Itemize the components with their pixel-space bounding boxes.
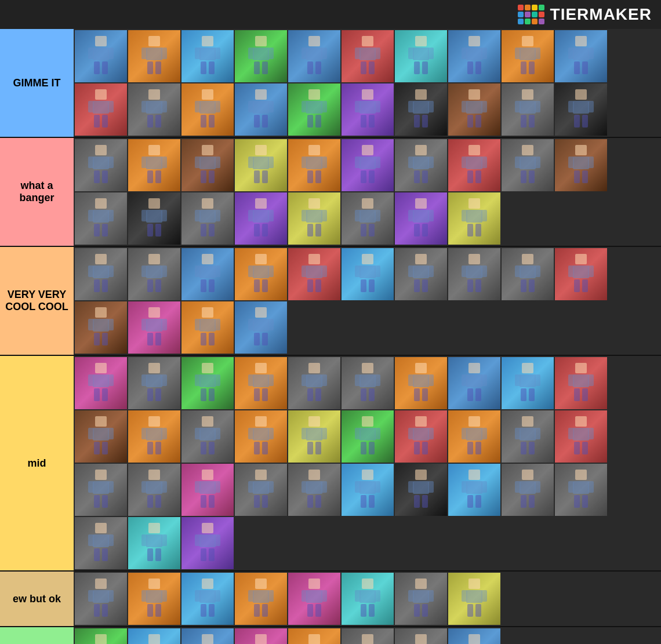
tier-item[interactable] xyxy=(181,83,234,136)
tier-item[interactable] xyxy=(288,83,340,136)
tier-item[interactable] xyxy=(342,410,394,463)
tier-item[interactable] xyxy=(128,410,180,463)
tier-item[interactable] xyxy=(448,83,500,136)
tier-item[interactable] xyxy=(75,628,127,644)
tier-item[interactable] xyxy=(235,573,287,625)
tier-item[interactable] xyxy=(395,139,447,191)
tier-item[interactable] xyxy=(181,301,234,354)
tier-item[interactable] xyxy=(448,573,500,625)
tier-item[interactable] xyxy=(555,357,607,409)
tier-item[interactable] xyxy=(75,192,127,245)
tier-item[interactable] xyxy=(128,248,180,300)
tier-item[interactable] xyxy=(75,464,127,516)
tier-item[interactable] xyxy=(555,83,607,136)
tier-item[interactable] xyxy=(181,139,234,191)
tier-item[interactable] xyxy=(235,139,287,191)
tier-item[interactable] xyxy=(448,30,500,82)
tier-item[interactable] xyxy=(181,357,234,409)
tier-item[interactable] xyxy=(448,628,500,644)
tier-item[interactable] xyxy=(235,192,287,245)
tier-item[interactable] xyxy=(235,628,287,644)
tier-item[interactable] xyxy=(342,83,394,136)
tier-item[interactable] xyxy=(75,517,127,569)
tier-item[interactable] xyxy=(288,410,340,463)
tier-item[interactable] xyxy=(288,192,340,245)
tier-item[interactable] xyxy=(288,139,340,191)
tier-item[interactable] xyxy=(75,139,127,191)
tier-item[interactable] xyxy=(502,410,554,463)
tier-item[interactable] xyxy=(128,464,180,516)
tier-item[interactable] xyxy=(395,30,447,82)
tier-item[interactable] xyxy=(235,410,287,463)
tier-item[interactable] xyxy=(75,248,127,300)
tier-item[interactable] xyxy=(555,464,607,516)
tier-item[interactable] xyxy=(235,464,287,516)
tier-item[interactable] xyxy=(235,301,287,354)
tier-item[interactable] xyxy=(128,192,180,245)
tier-item[interactable] xyxy=(235,357,287,409)
tier-item[interactable] xyxy=(555,248,607,300)
tier-item[interactable] xyxy=(395,628,447,644)
tier-item[interactable] xyxy=(128,301,180,354)
tier-item[interactable] xyxy=(75,83,127,136)
tier-item[interactable] xyxy=(395,248,447,300)
tier-item[interactable] xyxy=(181,628,234,644)
tier-item[interactable] xyxy=(342,248,394,300)
tier-item[interactable] xyxy=(235,83,287,136)
tier-item[interactable] xyxy=(342,192,394,245)
tier-item[interactable] xyxy=(128,139,180,191)
tier-item[interactable] xyxy=(342,628,394,644)
tier-item[interactable] xyxy=(75,301,127,354)
tier-item[interactable] xyxy=(502,357,554,409)
tier-item[interactable] xyxy=(75,573,127,625)
tier-item[interactable] xyxy=(342,30,394,82)
tier-item[interactable] xyxy=(288,464,340,516)
tier-item[interactable] xyxy=(448,410,500,463)
tier-item[interactable] xyxy=(342,573,394,625)
tier-item[interactable] xyxy=(181,573,234,625)
tier-item[interactable] xyxy=(395,410,447,463)
tier-item[interactable] xyxy=(75,30,127,82)
tier-item[interactable] xyxy=(128,357,180,409)
tier-item[interactable] xyxy=(342,464,394,516)
tier-item[interactable] xyxy=(181,248,234,300)
tier-item[interactable] xyxy=(181,517,234,569)
tier-item[interactable] xyxy=(448,464,500,516)
tier-item[interactable] xyxy=(448,139,500,191)
tier-item[interactable] xyxy=(555,139,607,191)
tier-item[interactable] xyxy=(395,83,447,136)
tier-item[interactable] xyxy=(502,30,554,82)
tier-item[interactable] xyxy=(181,410,234,463)
tier-item[interactable] xyxy=(395,573,447,625)
tier-item[interactable] xyxy=(502,139,554,191)
tier-item[interactable] xyxy=(342,357,394,409)
tier-item[interactable] xyxy=(288,30,340,82)
tier-item[interactable] xyxy=(555,30,607,82)
tier-item[interactable] xyxy=(181,192,234,245)
tier-item[interactable] xyxy=(395,357,447,409)
tier-item[interactable] xyxy=(555,410,607,463)
tier-item[interactable] xyxy=(75,357,127,409)
tier-item[interactable] xyxy=(128,517,180,569)
tier-item[interactable] xyxy=(448,357,500,409)
tier-item[interactable] xyxy=(128,30,180,82)
tier-item[interactable] xyxy=(235,30,287,82)
tier-item[interactable] xyxy=(235,248,287,300)
tier-item[interactable] xyxy=(502,83,554,136)
tier-item[interactable] xyxy=(128,573,180,625)
tier-item[interactable] xyxy=(181,464,234,516)
tier-item[interactable] xyxy=(502,464,554,516)
tier-item[interactable] xyxy=(395,464,447,516)
tier-item[interactable] xyxy=(448,192,500,245)
tier-item[interactable] xyxy=(288,628,340,644)
tier-item[interactable] xyxy=(75,410,127,463)
tier-item[interactable] xyxy=(395,192,447,245)
tier-item[interactable] xyxy=(288,573,340,625)
tier-item[interactable] xyxy=(288,357,340,409)
tier-item[interactable] xyxy=(181,30,234,82)
tier-item[interactable] xyxy=(128,628,180,644)
tier-item[interactable] xyxy=(448,248,500,300)
tier-item[interactable] xyxy=(128,83,180,136)
tier-item[interactable] xyxy=(342,139,394,191)
tier-item[interactable] xyxy=(502,248,554,300)
